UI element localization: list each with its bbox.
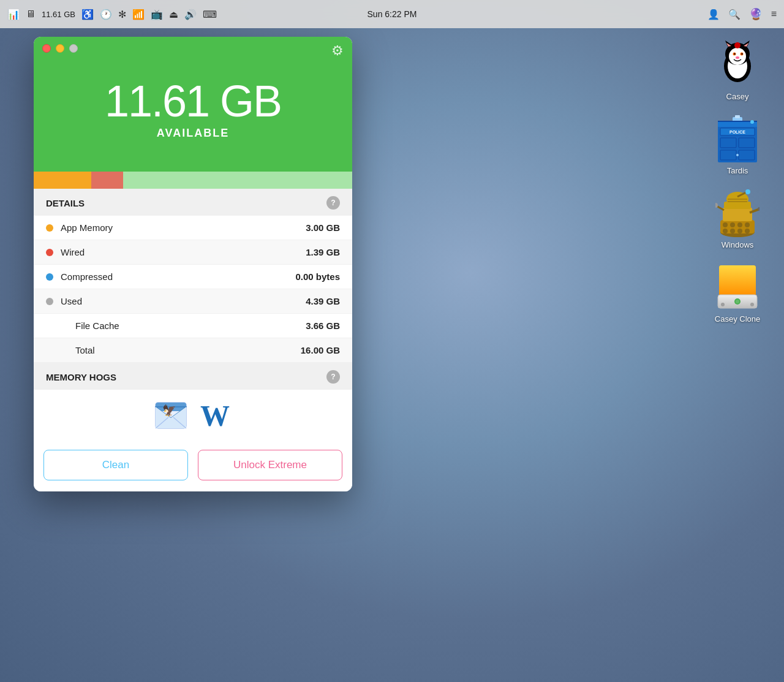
hogs-title: MEMORY HOGS: [46, 372, 116, 382]
tardis-icon-image: POLICE: [713, 115, 762, 164]
compressed-dot: [46, 273, 53, 281]
svg-point-17: [741, 53, 742, 55]
mail-app-icon[interactable]: 🦅: [155, 400, 187, 431]
details-help-button[interactable]: ?: [326, 196, 340, 210]
svg-rect-34: [739, 150, 755, 160]
casey-icon-svg: [713, 40, 762, 89]
activity-monitor-icon[interactable]: 📊: [7, 9, 20, 20]
details-section: DETAILS ? App Memory 3.00 GB Wired 1.39 …: [34, 189, 352, 363]
tardis-icon-svg: POLICE: [715, 115, 760, 164]
desktop-icon-windows[interactable]: Windows: [709, 185, 766, 253]
details-title: DETAILS: [46, 198, 85, 208]
table-row: Compressed 0.00 bytes: [34, 265, 352, 289]
minimize-button[interactable]: [56, 44, 64, 53]
total-value: 16.00 GB: [301, 345, 340, 355]
svg-point-40: [730, 222, 735, 227]
app-memory-value: 3.00 GB: [306, 222, 340, 233]
unlock-extreme-button[interactable]: Unlock Extreme: [198, 450, 342, 480]
action-buttons: Clean Unlock Extreme: [34, 441, 352, 491]
progress-green: [123, 172, 352, 189]
bluetooth-icon[interactable]: ✻: [118, 9, 126, 20]
svg-point-45: [737, 229, 742, 233]
notification-center-icon[interactable]: ≡: [771, 9, 777, 20]
menubar-left: 📊 🖥 11.61 GB ♿ 🕐 ✻ 📶 📺 ⏏ 🔊 ⌨: [7, 9, 217, 20]
clean-button[interactable]: Clean: [43, 450, 188, 480]
casey-clone-icon-image: [713, 263, 762, 312]
desktop-icon-casey-clone[interactable]: Casey Clone: [709, 259, 766, 327]
eject-icon[interactable]: ⏏: [169, 9, 178, 20]
svg-point-42: [745, 222, 750, 227]
svg-rect-26: [735, 115, 740, 118]
total-dot: [46, 347, 53, 354]
used-label: Used: [61, 296, 306, 306]
svg-point-39: [723, 222, 728, 227]
user-icon[interactable]: 👤: [707, 9, 720, 20]
time-machine-icon[interactable]: 🕐: [100, 9, 112, 20]
svg-rect-47: [723, 208, 752, 221]
used-dot: [46, 298, 53, 305]
window-controls: [42, 44, 78, 53]
app-memory-label: App Memory: [61, 222, 306, 233]
svg-rect-32: [739, 138, 755, 148]
airplay-icon[interactable]: 📺: [151, 9, 163, 20]
svg-rect-31: [720, 138, 736, 148]
file-cache-dot: [46, 322, 53, 330]
siri-icon[interactable]: 🔮: [749, 7, 763, 21]
table-row: App Memory 3.00 GB: [34, 216, 352, 240]
svg-text:🦅: 🦅: [162, 404, 176, 417]
available-label: AVAILABLE: [157, 127, 229, 140]
svg-rect-59: [719, 265, 756, 296]
compressed-label: Compressed: [61, 271, 295, 282]
progress-yellow: [34, 172, 91, 189]
memory-status-icon[interactable]: 🖥: [26, 9, 36, 20]
details-header: DETAILS ?: [34, 189, 352, 216]
file-cache-label: File Cache: [61, 320, 306, 331]
svg-point-44: [730, 229, 735, 233]
svg-point-46: [745, 229, 750, 233]
memory-header: 11.61 GB AVAILABLE: [34, 37, 352, 172]
table-row: Total 16.00 GB: [34, 338, 352, 363]
wifi-icon[interactable]: 📶: [132, 9, 145, 20]
svg-point-55: [745, 189, 750, 194]
word-w-letter: W: [200, 399, 230, 433]
memory-progress-bar: [34, 172, 352, 189]
svg-point-41: [737, 222, 742, 227]
accessibility-icon[interactable]: ♿: [81, 9, 94, 20]
menubar-right: 👤 🔍 🔮 ≡: [707, 7, 777, 21]
svg-point-36: [750, 120, 754, 124]
used-value: 4.39 GB: [306, 296, 340, 306]
svg-point-23: [734, 42, 741, 48]
menubar: 📊 🖥 11.61 GB ♿ 🕐 ✻ 📶 📺 ⏏ 🔊 ⌨ Sun 6:22 PM…: [0, 0, 784, 28]
wired-label: Wired: [61, 247, 306, 257]
maximize-button[interactable]: [69, 44, 78, 53]
spotlight-icon[interactable]: 🔍: [728, 9, 741, 20]
desktop-icons: Casey POLICE: [709, 37, 766, 327]
keyboard-icon[interactable]: ⌨: [203, 9, 217, 20]
hogs-help-button[interactable]: ?: [326, 370, 340, 384]
svg-point-65: [750, 303, 754, 306]
svg-point-43: [723, 229, 728, 233]
windows-icon-image: [713, 189, 762, 238]
wired-dot: [46, 249, 53, 256]
svg-point-64: [721, 303, 725, 306]
settings-button[interactable]: ⚙: [331, 43, 344, 59]
word-app-icon[interactable]: W: [199, 400, 231, 431]
table-row: File Cache 3.66 GB: [34, 314, 352, 338]
wired-value: 1.39 GB: [306, 247, 340, 257]
svg-point-18: [736, 56, 739, 59]
close-button[interactable]: [42, 44, 51, 53]
svg-point-16: [734, 53, 735, 55]
table-row: Used 4.39 GB: [34, 289, 352, 314]
tardis-label: Tardis: [727, 166, 748, 175]
menubar-memory-value: 11.61 GB: [42, 10, 75, 19]
hogs-icons-row: 🦅 W: [34, 390, 352, 441]
desktop-icon-casey[interactable]: Casey: [709, 37, 766, 105]
desktop-icon-tardis[interactable]: POLICE Tardis: [709, 111, 766, 179]
svg-text:POLICE: POLICE: [729, 130, 745, 134]
hard-drive-icon-svg: [717, 263, 758, 312]
memory-hogs-section: MEMORY HOGS ? 🦅 W: [34, 363, 352, 441]
file-cache-value: 3.66 GB: [306, 320, 340, 331]
volume-icon[interactable]: 🔊: [184, 9, 197, 20]
svg-point-35: [736, 154, 739, 156]
total-label: Total: [61, 345, 301, 355]
